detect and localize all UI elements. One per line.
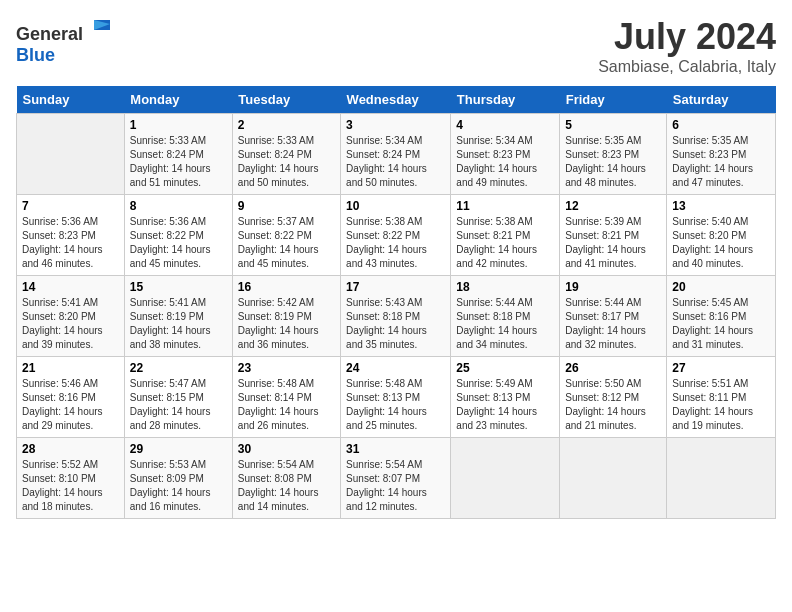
day-number: 21 <box>22 361 119 375</box>
calendar-cell: 19Sunrise: 5:44 AMSunset: 8:17 PMDayligh… <box>560 276 667 357</box>
day-info: Sunrise: 5:44 AMSunset: 8:18 PMDaylight:… <box>456 296 554 352</box>
calendar-cell: 6Sunrise: 5:35 AMSunset: 8:23 PMDaylight… <box>667 114 776 195</box>
day-number: 9 <box>238 199 335 213</box>
calendar-cell: 22Sunrise: 5:47 AMSunset: 8:15 PMDayligh… <box>124 357 232 438</box>
day-info: Sunrise: 5:43 AMSunset: 8:18 PMDaylight:… <box>346 296 445 352</box>
day-number: 23 <box>238 361 335 375</box>
calendar-cell: 21Sunrise: 5:46 AMSunset: 8:16 PMDayligh… <box>17 357 125 438</box>
day-info: Sunrise: 5:48 AMSunset: 8:14 PMDaylight:… <box>238 377 335 433</box>
calendar-week-row: 28Sunrise: 5:52 AMSunset: 8:10 PMDayligh… <box>17 438 776 519</box>
day-info: Sunrise: 5:45 AMSunset: 8:16 PMDaylight:… <box>672 296 770 352</box>
day-number: 15 <box>130 280 227 294</box>
day-number: 20 <box>672 280 770 294</box>
calendar-cell: 10Sunrise: 5:38 AMSunset: 8:22 PMDayligh… <box>341 195 451 276</box>
calendar-cell: 16Sunrise: 5:42 AMSunset: 8:19 PMDayligh… <box>232 276 340 357</box>
calendar-cell: 20Sunrise: 5:45 AMSunset: 8:16 PMDayligh… <box>667 276 776 357</box>
day-info: Sunrise: 5:34 AMSunset: 8:24 PMDaylight:… <box>346 134 445 190</box>
calendar-cell: 24Sunrise: 5:48 AMSunset: 8:13 PMDayligh… <box>341 357 451 438</box>
calendar-cell: 1Sunrise: 5:33 AMSunset: 8:24 PMDaylight… <box>124 114 232 195</box>
day-number: 31 <box>346 442 445 456</box>
subtitle: Sambiase, Calabria, Italy <box>598 58 776 76</box>
calendar-cell: 14Sunrise: 5:41 AMSunset: 8:20 PMDayligh… <box>17 276 125 357</box>
calendar-cell: 9Sunrise: 5:37 AMSunset: 8:22 PMDaylight… <box>232 195 340 276</box>
calendar-cell: 25Sunrise: 5:49 AMSunset: 8:13 PMDayligh… <box>451 357 560 438</box>
day-number: 22 <box>130 361 227 375</box>
day-number: 14 <box>22 280 119 294</box>
calendar-cell: 3Sunrise: 5:34 AMSunset: 8:24 PMDaylight… <box>341 114 451 195</box>
day-number: 7 <box>22 199 119 213</box>
day-number: 19 <box>565 280 661 294</box>
col-header-saturday: Saturday <box>667 86 776 114</box>
day-number: 10 <box>346 199 445 213</box>
logo-text: General Blue <box>16 16 114 66</box>
day-number: 4 <box>456 118 554 132</box>
day-number: 8 <box>130 199 227 213</box>
day-number: 30 <box>238 442 335 456</box>
day-number: 16 <box>238 280 335 294</box>
calendar-cell <box>560 438 667 519</box>
day-number: 3 <box>346 118 445 132</box>
day-number: 1 <box>130 118 227 132</box>
day-number: 25 <box>456 361 554 375</box>
day-info: Sunrise: 5:33 AMSunset: 8:24 PMDaylight:… <box>130 134 227 190</box>
calendar-cell: 31Sunrise: 5:54 AMSunset: 8:07 PMDayligh… <box>341 438 451 519</box>
day-info: Sunrise: 5:54 AMSunset: 8:08 PMDaylight:… <box>238 458 335 514</box>
day-number: 2 <box>238 118 335 132</box>
calendar-cell: 5Sunrise: 5:35 AMSunset: 8:23 PMDaylight… <box>560 114 667 195</box>
day-info: Sunrise: 5:47 AMSunset: 8:15 PMDaylight:… <box>130 377 227 433</box>
calendar-cell: 30Sunrise: 5:54 AMSunset: 8:08 PMDayligh… <box>232 438 340 519</box>
day-number: 29 <box>130 442 227 456</box>
day-number: 5 <box>565 118 661 132</box>
day-number: 12 <box>565 199 661 213</box>
calendar-cell: 11Sunrise: 5:38 AMSunset: 8:21 PMDayligh… <box>451 195 560 276</box>
col-header-sunday: Sunday <box>17 86 125 114</box>
day-number: 28 <box>22 442 119 456</box>
main-title: July 2024 <box>598 16 776 58</box>
day-info: Sunrise: 5:48 AMSunset: 8:13 PMDaylight:… <box>346 377 445 433</box>
calendar-cell <box>667 438 776 519</box>
day-info: Sunrise: 5:54 AMSunset: 8:07 PMDaylight:… <box>346 458 445 514</box>
col-header-monday: Monday <box>124 86 232 114</box>
calendar-cell: 28Sunrise: 5:52 AMSunset: 8:10 PMDayligh… <box>17 438 125 519</box>
day-info: Sunrise: 5:42 AMSunset: 8:19 PMDaylight:… <box>238 296 335 352</box>
calendar-cell: 23Sunrise: 5:48 AMSunset: 8:14 PMDayligh… <box>232 357 340 438</box>
calendar-cell: 4Sunrise: 5:34 AMSunset: 8:23 PMDaylight… <box>451 114 560 195</box>
header: General Blue July 2024 Sambiase, Calabri… <box>16 16 776 76</box>
day-info: Sunrise: 5:49 AMSunset: 8:13 PMDaylight:… <box>456 377 554 433</box>
logo-general: General <box>16 24 83 44</box>
day-info: Sunrise: 5:36 AMSunset: 8:23 PMDaylight:… <box>22 215 119 271</box>
day-number: 6 <box>672 118 770 132</box>
calendar-week-row: 7Sunrise: 5:36 AMSunset: 8:23 PMDaylight… <box>17 195 776 276</box>
day-info: Sunrise: 5:53 AMSunset: 8:09 PMDaylight:… <box>130 458 227 514</box>
day-info: Sunrise: 5:39 AMSunset: 8:21 PMDaylight:… <box>565 215 661 271</box>
calendar-cell: 27Sunrise: 5:51 AMSunset: 8:11 PMDayligh… <box>667 357 776 438</box>
day-info: Sunrise: 5:35 AMSunset: 8:23 PMDaylight:… <box>565 134 661 190</box>
day-info: Sunrise: 5:38 AMSunset: 8:22 PMDaylight:… <box>346 215 445 271</box>
calendar-week-row: 14Sunrise: 5:41 AMSunset: 8:20 PMDayligh… <box>17 276 776 357</box>
day-number: 11 <box>456 199 554 213</box>
col-header-friday: Friday <box>560 86 667 114</box>
calendar-week-row: 1Sunrise: 5:33 AMSunset: 8:24 PMDaylight… <box>17 114 776 195</box>
calendar-cell: 8Sunrise: 5:36 AMSunset: 8:22 PMDaylight… <box>124 195 232 276</box>
day-info: Sunrise: 5:34 AMSunset: 8:23 PMDaylight:… <box>456 134 554 190</box>
calendar-table: SundayMondayTuesdayWednesdayThursdayFrid… <box>16 86 776 519</box>
logo: General Blue <box>16 16 114 66</box>
calendar-header-row: SundayMondayTuesdayWednesdayThursdayFrid… <box>17 86 776 114</box>
day-info: Sunrise: 5:33 AMSunset: 8:24 PMDaylight:… <box>238 134 335 190</box>
calendar-cell: 18Sunrise: 5:44 AMSunset: 8:18 PMDayligh… <box>451 276 560 357</box>
logo-flag-icon <box>90 16 114 40</box>
day-info: Sunrise: 5:41 AMSunset: 8:19 PMDaylight:… <box>130 296 227 352</box>
day-number: 24 <box>346 361 445 375</box>
day-info: Sunrise: 5:40 AMSunset: 8:20 PMDaylight:… <box>672 215 770 271</box>
day-info: Sunrise: 5:36 AMSunset: 8:22 PMDaylight:… <box>130 215 227 271</box>
day-info: Sunrise: 5:46 AMSunset: 8:16 PMDaylight:… <box>22 377 119 433</box>
calendar-cell: 13Sunrise: 5:40 AMSunset: 8:20 PMDayligh… <box>667 195 776 276</box>
day-info: Sunrise: 5:50 AMSunset: 8:12 PMDaylight:… <box>565 377 661 433</box>
calendar-cell: 17Sunrise: 5:43 AMSunset: 8:18 PMDayligh… <box>341 276 451 357</box>
day-info: Sunrise: 5:52 AMSunset: 8:10 PMDaylight:… <box>22 458 119 514</box>
calendar-cell: 26Sunrise: 5:50 AMSunset: 8:12 PMDayligh… <box>560 357 667 438</box>
calendar-cell <box>17 114 125 195</box>
calendar-cell: 15Sunrise: 5:41 AMSunset: 8:19 PMDayligh… <box>124 276 232 357</box>
title-area: July 2024 Sambiase, Calabria, Italy <box>598 16 776 76</box>
calendar-cell: 2Sunrise: 5:33 AMSunset: 8:24 PMDaylight… <box>232 114 340 195</box>
